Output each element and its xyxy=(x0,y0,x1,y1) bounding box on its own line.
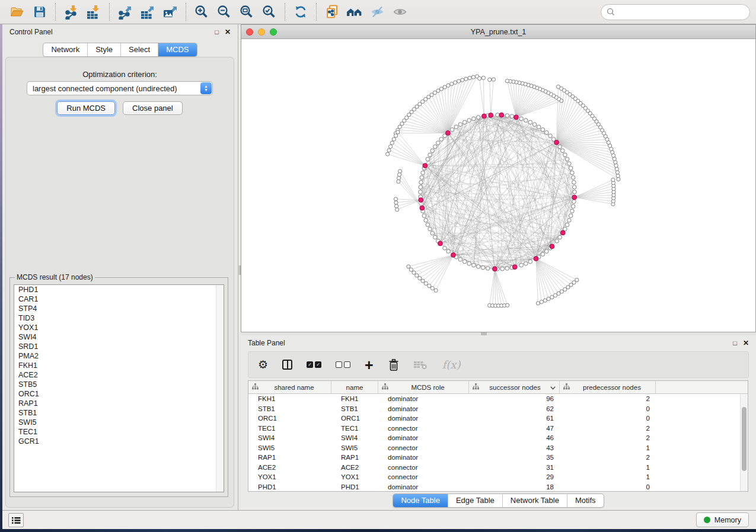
column-header-name[interactable]: name xyxy=(331,381,378,393)
ring-node[interactable] xyxy=(572,185,576,190)
leaf-node[interactable] xyxy=(540,300,543,304)
ring-node[interactable] xyxy=(419,190,423,194)
network-window-titlebar[interactable]: YPA_prune.txt_1 xyxy=(241,25,755,39)
float-panel-icon[interactable]: □ xyxy=(733,339,737,347)
mcds-node[interactable] xyxy=(438,241,442,246)
add-column-icon[interactable]: + xyxy=(365,359,374,371)
ring-node[interactable] xyxy=(505,114,509,118)
leaf-node[interactable] xyxy=(395,204,398,208)
mcds-result-item[interactable]: STP4 xyxy=(14,304,224,313)
ring-node[interactable] xyxy=(541,128,545,132)
leaf-node[interactable] xyxy=(388,145,392,148)
ring-node[interactable] xyxy=(567,219,572,223)
ring-node[interactable] xyxy=(496,113,500,117)
leaf-node[interactable] xyxy=(424,281,428,285)
leaf-node[interactable] xyxy=(397,173,401,177)
ring-node[interactable] xyxy=(486,267,490,271)
leaf-node[interactable] xyxy=(387,149,391,152)
ring-node[interactable] xyxy=(426,223,430,227)
column-header-MCDS-role[interactable]: MCDS role xyxy=(378,381,469,393)
zoom-selected-icon[interactable] xyxy=(258,2,280,22)
ring-node[interactable] xyxy=(545,249,549,254)
mcds-result-item[interactable]: CAR1 xyxy=(14,294,224,304)
mcds-result-item[interactable]: TEC1 xyxy=(14,427,224,437)
leaf-node[interactable] xyxy=(464,77,468,81)
ring-node[interactable] xyxy=(532,123,537,127)
mcds-node[interactable] xyxy=(560,230,565,235)
table-row[interactable]: FKH1FKH1dominator962 xyxy=(248,394,740,404)
leaf-node[interactable] xyxy=(412,271,416,274)
mcds-result-item[interactable]: ORC1 xyxy=(14,389,224,399)
hide-selected-icon[interactable] xyxy=(366,2,388,22)
ring-node[interactable] xyxy=(569,214,573,218)
leaf-node[interactable] xyxy=(543,299,547,302)
mcds-result-item[interactable]: TID3 xyxy=(14,313,224,323)
mcds-node[interactable] xyxy=(482,114,487,118)
table-row[interactable]: PHD1PHD1dominator180 xyxy=(248,482,740,492)
ring-node[interactable] xyxy=(519,117,524,121)
ring-node[interactable] xyxy=(467,262,471,266)
export-table-icon[interactable] xyxy=(136,2,159,22)
table-row[interactable]: SWI5SWI5connector431 xyxy=(248,443,740,453)
show-columns-icon[interactable] xyxy=(282,360,292,370)
table-scrollbar-thumb[interactable] xyxy=(742,407,747,471)
ring-node[interactable] xyxy=(433,235,438,239)
ring-node[interactable] xyxy=(505,267,509,271)
ring-node[interactable] xyxy=(419,180,423,184)
ring-node[interactable] xyxy=(424,219,428,223)
mcds-result-item[interactable]: SRD1 xyxy=(14,342,224,351)
ring-node[interactable] xyxy=(560,149,564,153)
ring-node[interactable] xyxy=(545,131,549,135)
ring-node[interactable] xyxy=(481,265,485,270)
ring-node[interactable] xyxy=(421,171,425,175)
ring-node[interactable] xyxy=(558,145,562,149)
leaf-node[interactable] xyxy=(386,152,390,156)
ring-node[interactable] xyxy=(528,259,532,264)
mcds-node[interactable] xyxy=(514,115,519,120)
leaf-node[interactable] xyxy=(556,85,560,88)
first-neighbors-icon[interactable] xyxy=(343,2,366,22)
mcds-node[interactable] xyxy=(451,253,456,258)
leaf-node[interactable] xyxy=(478,76,481,80)
ring-node[interactable] xyxy=(567,162,572,166)
leaf-node[interactable] xyxy=(492,78,495,81)
leaf-node[interactable] xyxy=(481,76,485,79)
mcds-result-item[interactable]: FKH1 xyxy=(14,361,224,370)
mcds-node[interactable] xyxy=(489,113,493,118)
ring-node[interactable] xyxy=(548,134,553,138)
export-network-icon[interactable] xyxy=(114,2,136,22)
mcds-list-scrollbar[interactable] xyxy=(216,285,224,492)
run-mcds-button[interactable]: Run MCDS xyxy=(57,101,115,115)
leaf-node[interactable] xyxy=(397,177,401,180)
mcds-node[interactable] xyxy=(534,257,538,261)
tab-select[interactable]: Select xyxy=(120,43,158,56)
tab-edge-table[interactable]: Edge Table xyxy=(448,494,502,507)
leaf-node[interactable] xyxy=(394,201,398,204)
mcds-result-item[interactable]: SWI4 xyxy=(14,332,224,342)
mcds-node[interactable] xyxy=(446,131,451,136)
leaf-node[interactable] xyxy=(471,75,475,79)
ring-node[interactable] xyxy=(439,137,444,142)
leaf-node[interactable] xyxy=(505,79,509,83)
ring-node[interactable] xyxy=(569,166,573,171)
leaf-node[interactable] xyxy=(575,278,579,282)
leaf-node[interactable] xyxy=(394,134,397,137)
ring-node[interactable] xyxy=(419,185,423,190)
zoom-fit-icon[interactable] xyxy=(235,2,258,22)
leaf-node[interactable] xyxy=(434,289,438,292)
refresh-view-icon[interactable] xyxy=(289,2,312,22)
ring-node[interactable] xyxy=(570,171,575,175)
ring-node[interactable] xyxy=(428,227,432,231)
mcds-result-item[interactable]: GCR1 xyxy=(14,437,224,446)
table-row[interactable]: ACE2ACE2connector311 xyxy=(248,463,740,473)
mcds-result-item[interactable]: PHD1 xyxy=(14,285,224,294)
ring-node[interactable] xyxy=(450,128,454,132)
leaf-node[interactable] xyxy=(461,78,464,82)
leaf-node[interactable] xyxy=(395,208,399,211)
ring-node[interactable] xyxy=(528,120,532,124)
mcds-node[interactable] xyxy=(423,164,428,168)
ring-node[interactable] xyxy=(430,149,435,153)
leaf-node[interactable] xyxy=(407,265,410,268)
optimization-criterion-select[interactable]: largest connected component (undirected)… xyxy=(27,81,213,95)
leaf-node[interactable] xyxy=(615,171,619,174)
